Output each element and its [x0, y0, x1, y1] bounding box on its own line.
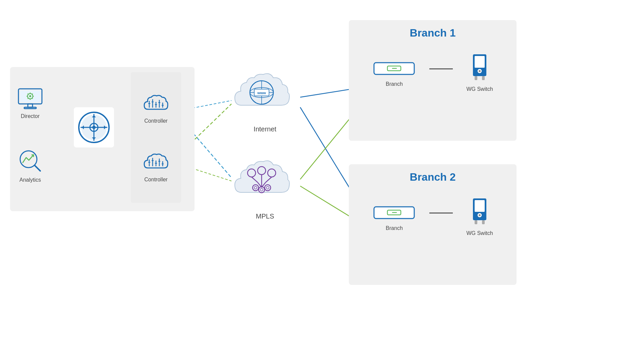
- svg-rect-96: [482, 220, 485, 224]
- internet-label: Internet: [254, 125, 276, 133]
- branch-2-device-label: Branch: [386, 225, 403, 231]
- controller-1-node: Controller: [143, 93, 169, 124]
- svg-point-17: [29, 95, 31, 97]
- branch-2-connector: [429, 213, 453, 214]
- branch-1-switch-icon: [468, 53, 491, 83]
- branch-2-title: Branch 2: [349, 164, 517, 183]
- director-icon: [17, 87, 44, 111]
- director-label: Director: [21, 113, 40, 119]
- svg-rect-95: [475, 220, 477, 224]
- svg-rect-92: [475, 200, 485, 212]
- analytics-node: Analytics: [17, 147, 44, 183]
- controller-1-icon: [143, 93, 169, 116]
- svg-point-85: [479, 70, 481, 72]
- controller-2-node: Controller: [143, 151, 169, 183]
- branch-1-title: Branch 1: [349, 20, 517, 39]
- branch-2-device: Branch: [372, 202, 416, 231]
- branch-1-device-label: Branch: [386, 81, 403, 87]
- branch-2-switch: WG Switch: [466, 197, 493, 236]
- branch-1-devices: Branch WG Switch: [349, 53, 517, 92]
- mpls-node: MPLS: [228, 154, 302, 221]
- analytics-icon: [17, 147, 44, 174]
- branch-1-switch: WG Switch: [466, 53, 493, 92]
- branch-1-router-icon: [372, 58, 416, 78]
- svg-text:www: www: [257, 91, 266, 95]
- branch-2-panel: Branch 2 Branch: [349, 164, 517, 285]
- branch-2-switch-label: WG Switch: [466, 230, 493, 236]
- diagram-container: Director Analytics: [0, 0, 644, 362]
- orchestrator-node: [74, 107, 114, 147]
- branch-1-connector: [429, 68, 453, 69]
- analytics-label: Analytics: [19, 177, 41, 183]
- branch-1-device: Branch: [372, 58, 416, 87]
- controllers-panel: Controller Controller: [131, 72, 181, 203]
- mpls-label: MPLS: [256, 213, 274, 220]
- branch-2-switch-icon: [468, 197, 491, 227]
- svg-point-37: [92, 126, 96, 129]
- mpls-cloud-icon: [231, 156, 299, 209]
- branch-1-switch-label: WG Switch: [466, 86, 493, 92]
- svg-rect-83: [475, 56, 485, 68]
- director-node: Director: [17, 87, 44, 119]
- controller-1-label: Controller: [144, 118, 167, 124]
- internet-node: www Internet: [228, 67, 302, 134]
- svg-rect-86: [475, 76, 477, 80]
- branch-2-router-icon: [372, 202, 416, 222]
- svg-rect-15: [24, 107, 36, 109]
- svg-point-94: [479, 214, 481, 216]
- controller-2-label: Controller: [144, 177, 167, 183]
- svg-rect-87: [482, 76, 485, 80]
- internet-cloud-icon: www: [231, 68, 299, 122]
- branch-1-panel: Branch 1 Branch: [349, 20, 517, 141]
- controller-2-icon: [143, 151, 169, 175]
- orchestrator-icon: [77, 111, 111, 144]
- svg-line-27: [35, 166, 40, 171]
- branch-2-devices: Branch WG Switch: [349, 197, 517, 236]
